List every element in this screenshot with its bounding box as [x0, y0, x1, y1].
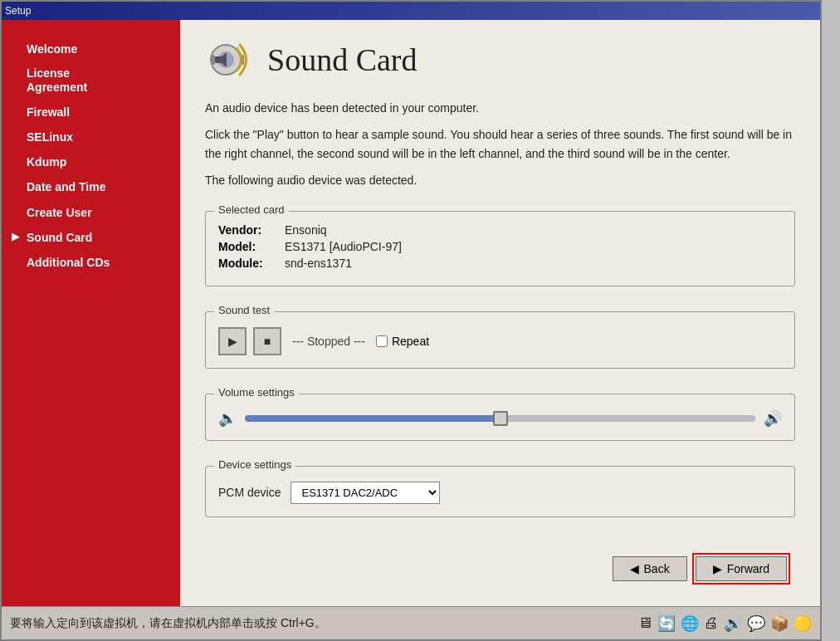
volume-row: 🔈 🔊 — [218, 403, 782, 428]
repeat-label: Repeat — [392, 335, 429, 348]
volume-legend: Volume settings — [214, 386, 299, 399]
active-arrow-icon: ▶ — [12, 231, 19, 244]
svg-text:♪: ♪ — [235, 42, 240, 54]
sound-test-legend: Sound test — [214, 304, 274, 316]
play-icon: ▶ — [228, 335, 237, 348]
sound-card-icon: ♪ ♩ — [205, 37, 255, 82]
sidebar-item-sound-card[interactable]: ▶ Sound Card — [2, 225, 180, 250]
pcm-device-label: PCM device — [218, 486, 281, 499]
device-settings-legend: Device settings — [214, 458, 295, 471]
content-area: Welcome LicenseAgreement Firewall SELinu… — [2, 20, 820, 606]
module-value: snd-ens1371 — [285, 257, 352, 270]
forward-button[interactable]: ▶ Forward — [696, 556, 787, 581]
device-settings-group: Device settings PCM device ES1371 DAC2/A… — [205, 466, 795, 517]
sidebar-item-date-time[interactable]: Date and Time — [2, 174, 180, 199]
main-window: Setup Welcome LicenseAgreement Firewall … — [0, 0, 822, 641]
selected-card-group: Selected card Vendor: Ensoniq Model: ES1… — [205, 211, 795, 286]
status-text: 要将输入定向到该虚拟机，请在虚拟机内部单击或按 Ctrl+G。 — [10, 616, 326, 631]
sidebar-item-license[interactable]: LicenseAgreement — [2, 61, 180, 100]
playback-status: --- Stopped --- — [292, 335, 365, 348]
page-title-row: ♪ ♩ Sound Card — [205, 37, 795, 82]
sidebar-item-kdump[interactable]: Kdump — [2, 149, 180, 174]
description-1: An audio device has been detected in you… — [205, 99, 795, 117]
title-bar-text: Setup — [5, 5, 817, 17]
stop-icon: ■ — [264, 335, 271, 348]
pcm-device-select[interactable]: ES1371 DAC2/ADC ES1371 DAC1 ES1371 DAC2 — [291, 482, 440, 504]
volume-slider[interactable] — [245, 415, 755, 422]
main-panel: ♪ ♩ Sound Card An audio device has been … — [180, 20, 820, 606]
description-3: The following audio device was detected. — [205, 171, 795, 189]
network-icon: 🌐 — [681, 614, 699, 633]
module-label: Module: — [218, 257, 285, 270]
device-row: PCM device ES1371 DAC2/ADC ES1371 DAC1 E… — [218, 475, 782, 504]
button-row: ◀ Back ▶ Forward — [205, 544, 795, 590]
vendor-label: Vendor: — [218, 223, 285, 237]
model-label: Model: — [218, 240, 285, 253]
sidebar-item-firewall[interactable]: Firewall — [2, 100, 180, 125]
selected-card-legend: Selected card — [214, 203, 289, 216]
volume-high-icon: 🔊 — [764, 409, 782, 428]
play-button[interactable]: ▶ — [218, 327, 247, 355]
back-icon: ◀ — [630, 562, 639, 575]
back-label: Back — [644, 562, 670, 575]
sound-icon: 🔊 — [724, 614, 742, 633]
monitor-icon: 🖥 — [637, 614, 652, 632]
svg-rect-4 — [215, 56, 222, 63]
description-2: Click the "Play" button to hear a sample… — [205, 125, 795, 163]
sidebar-item-selinux[interactable]: SELinux — [2, 125, 180, 149]
package-icon: 📦 — [770, 614, 789, 633]
status-icons: 🖥 🔄 🌐 🖨 🔊 💬 📦 🟡 — [637, 614, 812, 633]
print-icon: 🖨 — [704, 614, 719, 632]
repeat-checkbox[interactable] — [376, 335, 388, 347]
title-bar: Setup — [2, 2, 820, 20]
note-icon: 🟡 — [794, 614, 812, 633]
svg-text:♩: ♩ — [240, 56, 244, 65]
svg-rect-2 — [212, 55, 215, 65]
volume-low-icon: 🔈 — [218, 409, 237, 428]
refresh-icon: 🔄 — [657, 614, 676, 633]
sound-test-row: ▶ ■ --- Stopped --- Repeat — [218, 320, 782, 355]
volume-settings-group: Volume settings 🔈 🔊 — [205, 394, 795, 441]
sidebar: Welcome LicenseAgreement Firewall SELinu… — [2, 20, 180, 606]
forward-icon: ▶ — [713, 562, 722, 575]
stop-button[interactable]: ■ — [253, 327, 281, 355]
message-icon: 💬 — [747, 614, 765, 633]
sidebar-item-welcome[interactable]: Welcome — [2, 37, 180, 61]
sidebar-item-create-user[interactable]: Create User — [2, 200, 180, 225]
vendor-field: Vendor: Ensoniq — [218, 223, 782, 237]
module-field: Module: snd-ens1371 — [218, 257, 782, 270]
sidebar-item-additional-cds[interactable]: Additional CDs — [2, 250, 180, 275]
back-button[interactable]: ◀ Back — [613, 556, 687, 581]
forward-label: Forward — [727, 562, 769, 575]
model-field: Model: ES1371 [AudioPCI-97] — [218, 240, 782, 253]
model-value: ES1371 [AudioPCI-97] — [285, 240, 402, 253]
vendor-value: Ensoniq — [285, 223, 327, 237]
sound-test-group: Sound test ▶ ■ --- Stopped --- Repeat — [205, 311, 795, 369]
status-bar: 要将输入定向到该虚拟机，请在虚拟机内部单击或按 Ctrl+G。 🖥 🔄 🌐 🖨 … — [2, 606, 820, 639]
repeat-area: Repeat — [376, 335, 429, 348]
page-title: Sound Card — [267, 42, 418, 78]
